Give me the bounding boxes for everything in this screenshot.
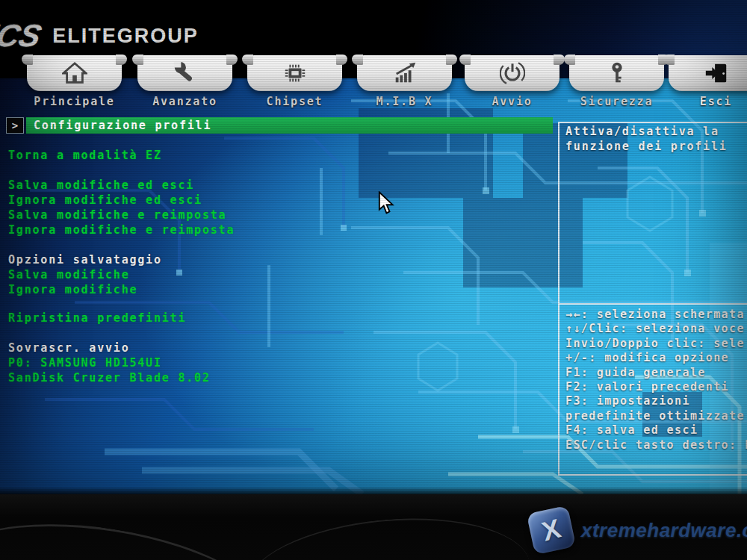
shortcut-line: F1: guida generale: [565, 366, 747, 380]
tab-shape: [357, 55, 452, 91]
tab-label: Avanzato: [137, 95, 232, 108]
menu-item-torna-modalita-ez[interactable]: Torna a modalità EZ: [8, 149, 162, 164]
menu-item-boot-samsung-hd154ui[interactable]: P0: SAMSUNG HD154UI: [8, 356, 162, 371]
xtremehardware-logo: X: [527, 505, 576, 555]
menu-item-ripristina-predefiniti[interactable]: Ripristina predefiniti: [8, 311, 186, 326]
tab-label: Chipset: [247, 95, 342, 108]
chart-icon: [392, 60, 418, 86]
help-panel-divider: [560, 303, 747, 305]
tab-label: Sicurezza: [569, 95, 664, 108]
key-icon: [604, 60, 630, 86]
menu-item-configurazione-profili[interactable]: > Configurazione profili: [6, 117, 553, 134]
bios-photo: ECS ELITEGROUP Principale A: [0, 0, 747, 560]
menu-item-salva-modifiche-ed-esci[interactable]: Salva modifiche ed esci: [8, 178, 194, 193]
tab-shape: [27, 55, 122, 91]
menu-item-ignora-modifiche[interactable]: Ignora modifiche: [8, 283, 137, 298]
tab-shape: [569, 55, 664, 91]
bios-screen: ECS ELITEGROUP Principale A: [0, 0, 747, 494]
help-shortcuts: →←: seleziona schermata ↑↓/Clic: selezio…: [565, 308, 747, 452]
shortcut-line: +/-: modifica opzione: [565, 351, 747, 365]
tab-label: M.I.B X: [357, 95, 452, 108]
tab-principale[interactable]: Principale: [27, 55, 122, 108]
tab-chipset[interactable]: Chipset: [247, 55, 342, 108]
tab-label: Esci: [669, 95, 747, 108]
menu-item-ignora-modifiche-ed-esci[interactable]: Ignora modifiche ed esci: [8, 193, 202, 208]
watermark: X xtremehardware.com: [530, 509, 747, 551]
watermark-site-text: xtremehardware.com: [581, 519, 747, 542]
brand-logo: ECS ELITEGROUP: [0, 19, 199, 52]
tab-sicurezza[interactable]: Sicurezza: [569, 55, 664, 108]
tab-avvio[interactable]: Avvio: [465, 55, 560, 108]
tab-label: Avvio: [465, 95, 560, 108]
tab-shape: [669, 55, 747, 91]
tab-avanzato[interactable]: Avanzato: [137, 55, 232, 108]
home-icon: [62, 60, 87, 86]
menu-item-salva-modifiche-reimposta[interactable]: Salva modifiche e reimposta: [8, 208, 226, 223]
tab-shape: [247, 55, 342, 91]
menu-item-ignora-modifiche-reimposta[interactable]: Ignora modifiche e reimposta: [8, 223, 235, 238]
help-panel: Attiva/disattiva la funzione dei profili…: [558, 122, 747, 476]
chip-icon: [282, 60, 308, 86]
watermark-x-letter: X: [539, 513, 564, 548]
shortcut-line: →←: seleziona schermata: [565, 308, 747, 322]
section-title-sovrascrivi-avvio: Sovrascr. avvio: [8, 341, 129, 356]
power-icon: [500, 60, 525, 86]
mouse-cursor: [378, 191, 396, 215]
selection-marker: >: [6, 117, 24, 134]
help-description-line: Attiva/disattiva la: [565, 125, 728, 140]
section-title-opzioni-salvataggio: Opzioni salvataggio: [8, 253, 162, 268]
menu-item-boot-sandisk-cruzer[interactable]: SanDisk Cruzer Blade 8.02: [8, 371, 211, 386]
selected-item-label: Configurazione profili: [26, 117, 553, 134]
tab-mib-x[interactable]: M.I.B X: [357, 55, 452, 108]
shortcut-line: F3: impostazioni: [565, 394, 747, 408]
elitegroup-wordmark: ELITEGROUP: [52, 25, 199, 48]
tab-shape: [137, 55, 232, 91]
help-description: Attiva/disattiva la funzione dei profili: [565, 125, 728, 154]
monitor-bezel: X xtremehardware.com: [0, 494, 747, 560]
shortcut-line: F4: salva ed esci: [565, 423, 747, 438]
tab-label: Principale: [27, 95, 122, 108]
monitor-stand-curve: [242, 508, 535, 560]
tab-esci[interactable]: Esci: [669, 55, 747, 108]
tab-shape: [465, 55, 560, 91]
wrench-icon: [173, 60, 198, 86]
ecs-logo-mark: ECS: [0, 18, 45, 54]
menu-item-salva-modifiche[interactable]: Salva modifiche: [8, 268, 129, 283]
shortcut-line: Invio/Doppio clic: sele: [565, 337, 747, 351]
monitor-stand-curve: [0, 503, 285, 560]
help-description-line: funzione dei profili: [565, 140, 728, 155]
shortcut-line: ↑↓/Clic: seleziona voce: [565, 322, 747, 336]
shortcut-line: F2: valori precedenti: [565, 380, 747, 394]
exit-icon: [704, 60, 729, 86]
shortcut-line: ESC/clic tasto destro: E: [565, 438, 747, 452]
shortcut-line: predefinite ottimizzate: [565, 409, 747, 423]
